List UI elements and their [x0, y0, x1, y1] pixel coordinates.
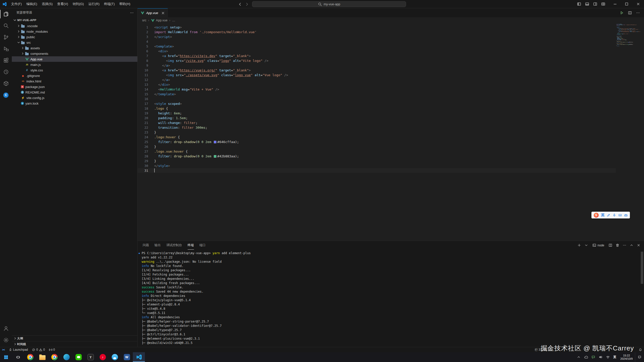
ime-indicator[interactable]: 英 — [612, 352, 618, 362]
tree-item-index.html[interactable]: index.html — [12, 78, 137, 84]
activity-box[interactable] — [0, 78, 12, 89]
keyboard-icon[interactable] — [618, 213, 622, 217]
menu-item[interactable]: 文件(F) — [9, 0, 24, 8]
new-terminal-icon[interactable] — [577, 243, 581, 247]
ports-item[interactable]: 0 — [47, 347, 57, 352]
taskbar-app-qq[interactable] — [109, 352, 121, 362]
panel-tab-端口[interactable]: 端口 — [199, 241, 206, 250]
breadcrumb-item[interactable]: … — [172, 19, 175, 22]
taskbar-app-wechat[interactable] — [72, 352, 85, 362]
close-panel-icon[interactable] — [637, 243, 640, 247]
tree-item-public[interactable]: public — [12, 34, 137, 40]
project-section-header[interactable]: MY-VUE-APP — [12, 17, 137, 23]
close-button[interactable] — [632, 0, 644, 8]
close-tab-icon[interactable] — [161, 11, 165, 15]
menu-item[interactable]: 转到(G) — [70, 0, 86, 8]
customize-layout-icon[interactable] — [600, 1, 607, 7]
run-preview-icon[interactable] — [620, 11, 624, 15]
activity-gear[interactable] — [0, 334, 12, 346]
tree-item-README.md[interactable]: README.md — [12, 89, 137, 95]
activity-account[interactable] — [0, 323, 12, 334]
activity-search[interactable] — [0, 20, 12, 31]
action-center-icon[interactable] — [635, 352, 644, 362]
tree-item-components[interactable]: components — [12, 51, 137, 56]
taskbar-app-task-view[interactable] — [12, 352, 24, 362]
menu-item[interactable]: 运行(R) — [86, 0, 102, 8]
toggle-sidebar-icon[interactable] — [576, 1, 583, 7]
maximize-panel-icon[interactable] — [630, 243, 633, 247]
ime-mode-label[interactable]: 英 — [601, 213, 605, 217]
activity-explorer[interactable] — [0, 8, 12, 20]
split-terminal-icon[interactable] — [609, 243, 612, 247]
tray-volume-icon[interactable] — [597, 352, 604, 362]
menu-item[interactable]: 选择(S) — [39, 0, 55, 8]
breadcrumb-item[interactable]: src — [142, 19, 146, 22]
problems-item[interactable]: 0 0 — [30, 347, 47, 352]
terminal-profile-chevron-icon[interactable] — [584, 243, 588, 247]
back-icon[interactable] — [238, 2, 242, 6]
activity-clock[interactable] — [0, 66, 12, 78]
split-editor-icon[interactable] — [628, 11, 632, 15]
taskbar-app-typora[interactable] — [85, 352, 97, 362]
tray-chat-icon[interactable] — [590, 352, 597, 362]
forward-icon[interactable] — [245, 2, 249, 6]
tree-item-style.css[interactable]: style.css — [12, 67, 137, 73]
taskbar-app-chrome2[interactable] — [48, 352, 60, 362]
maximize-button[interactable] — [621, 0, 632, 8]
clock[interactable]: 15:22 2024/10/9 — [618, 354, 635, 360]
tree-item-vite.config.js[interactable]: vite.config.js — [12, 95, 137, 101]
tab-app-vue[interactable]: App.vue — [138, 8, 168, 17]
ime-toolbar[interactable]: S 英 — [591, 212, 630, 218]
breadcrumb-item[interactable]: App.vue — [151, 19, 168, 22]
toggle-secondary-sidebar-icon[interactable] — [592, 1, 599, 7]
timeline-section[interactable]: 时间线 — [12, 341, 137, 347]
activity-run-debug[interactable] — [0, 43, 12, 55]
toggle-panel-icon[interactable] — [584, 1, 591, 7]
taskbar-app-music[interactable] — [97, 352, 109, 362]
tree-item-node_modules[interactable]: node_modules — [12, 29, 137, 34]
tree-item-.gitignore[interactable]: .gitignore — [12, 73, 137, 78]
activity-extensions[interactable] — [0, 55, 12, 66]
taskbar-app-edge[interactable] — [60, 352, 72, 362]
sogou-logo-icon[interactable]: S — [594, 213, 599, 218]
terminal-instance-node[interactable]: node — [591, 243, 605, 248]
activity-c-badge[interactable]: C — [0, 89, 12, 101]
launchpad-item[interactable]: Launchpad — [7, 347, 30, 352]
panel-tab-问题[interactable]: 问题 — [143, 241, 149, 250]
panel-tab-调试控制台[interactable]: 调试控制台 — [166, 241, 182, 250]
remote-indicator[interactable]: >< — [0, 347, 7, 352]
pen-icon[interactable] — [607, 213, 610, 217]
tree-item-main.js[interactable]: main.js — [12, 62, 137, 67]
menu-item[interactable]: 终端(T) — [102, 0, 117, 8]
taskbar-app-wps[interactable] — [121, 352, 133, 362]
toolbox-icon[interactable] — [624, 213, 628, 217]
tree-item-.vscode[interactable]: .vscode — [12, 23, 137, 29]
terminal-scrollbar[interactable] — [641, 252, 643, 284]
kill-terminal-icon[interactable] — [616, 243, 619, 247]
outline-section[interactable]: 大纲 — [12, 335, 137, 341]
explorer-more-icon[interactable] — [130, 11, 134, 15]
taskbar-app-start[interactable] — [0, 352, 12, 362]
taskbar-app-chrome[interactable] — [24, 352, 36, 362]
panel-more-icon[interactable] — [623, 243, 626, 247]
menu-item[interactable]: 查看(V) — [55, 0, 70, 8]
tree-item-package.json[interactable]: package.json — [12, 84, 137, 89]
taskbar-app-vscode[interactable] — [133, 352, 145, 362]
panel-tab-终端[interactable]: 终端 — [188, 241, 194, 250]
tree-item-App.vue[interactable]: App.vue — [12, 56, 137, 62]
code-editor[interactable]: 1<script setup>2import HelloWorld from '… — [138, 23, 644, 241]
tray-chevron-up-icon[interactable] — [575, 352, 582, 362]
editor-more-icon[interactable] — [636, 11, 640, 15]
terminal[interactable]: ●PS C:\Users\Carrey\Desktop\my-vue-app> … — [138, 250, 644, 347]
tree-item-assets[interactable]: assets — [12, 45, 137, 51]
menu-item[interactable]: 帮助(H) — [117, 0, 133, 8]
tree-item-yarn.lock[interactable]: yarn.lock — [12, 101, 137, 106]
minimap[interactable]: <script setup>import HelloWorld from './… — [616, 24, 640, 241]
notifications-bell[interactable] — [637, 347, 644, 352]
panel-tab-输出[interactable]: 输出 — [154, 241, 161, 250]
taskbar-app-explorer[interactable] — [36, 352, 48, 362]
search-input[interactable]: my-vue-app — [252, 1, 406, 7]
minimize-button[interactable] — [609, 0, 621, 8]
tree-item-src[interactable]: src — [12, 40, 137, 45]
tray-cloud-icon[interactable] — [582, 352, 590, 362]
